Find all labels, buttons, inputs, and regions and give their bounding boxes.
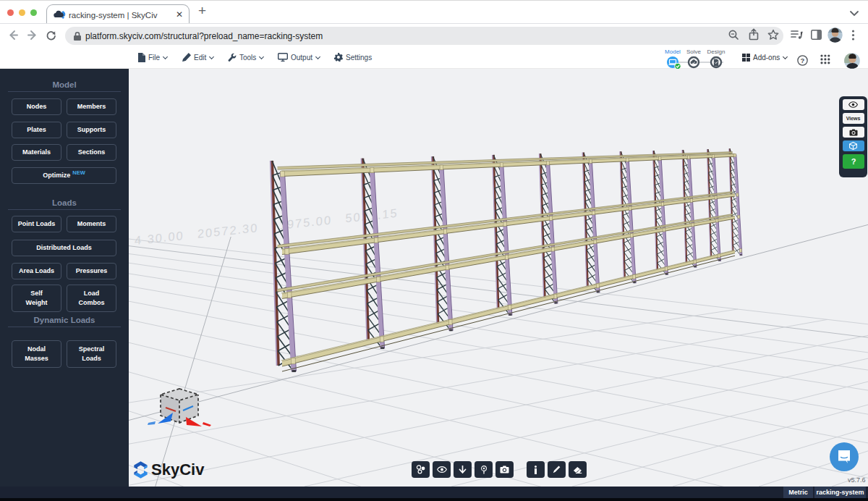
svg-text:?: ? [851,157,856,166]
svg-text:?: ? [801,56,805,64]
